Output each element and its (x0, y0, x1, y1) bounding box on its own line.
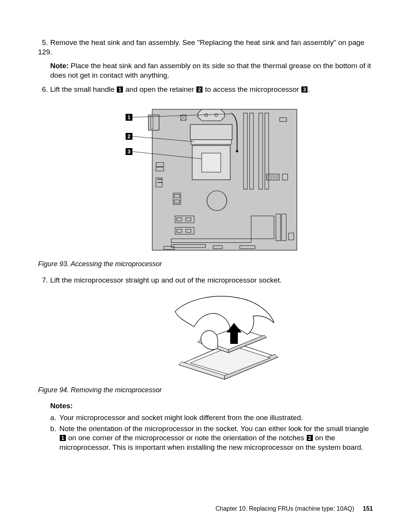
note-text: Your microprocessor and socket might loo… (59, 413, 373, 423)
step-list: 5.Remove the heat sink and fan assembly.… (38, 38, 373, 94)
note-a: a. Your microprocessor and socket might … (50, 413, 373, 423)
step-5-note: Note: Place the heat sink and fan assemb… (50, 61, 373, 80)
step-marker: 6. (38, 85, 48, 94)
notes-heading: Notes: (50, 401, 373, 411)
callout-2: 2 (196, 86, 202, 93)
step-text: Remove the heat sink and fan assembly. S… (38, 38, 364, 56)
note-label: Note: (50, 62, 69, 70)
svg-point-9 (236, 150, 238, 152)
notes-list: a. Your microprocessor and socket might … (50, 413, 373, 452)
figure-93: 1 2 3 (61, 102, 373, 257)
note-b: b. Note the orientation of the microproc… (50, 424, 373, 452)
svg-rect-16 (265, 113, 269, 189)
svg-rect-12 (202, 153, 221, 172)
step-text: Lift the small handle 1 and open the ret… (50, 85, 310, 93)
step-6: 6.Lift the small handle 1 and open the r… (38, 85, 373, 94)
step-text: Lift the microprocessor straight up and … (50, 276, 282, 284)
svg-rect-14 (250, 113, 253, 189)
svg-rect-13 (244, 113, 247, 189)
figure-94-caption: Figure 94. Removing the microprocessor (38, 386, 373, 395)
page-footer: Chapter 10. Replacing FRUs (machine type… (215, 505, 373, 513)
document-page: 5.Remove the heat sink and fan assembly.… (0, 0, 411, 532)
svg-text:3: 3 (127, 149, 131, 155)
motherboard-diagram: 1 2 3 (126, 102, 301, 254)
note-marker: a. (50, 413, 59, 423)
step-list-continued: 7.Lift the microprocessor straight up an… (38, 276, 373, 285)
figure-94 (61, 292, 373, 383)
callout-1: 1 (60, 435, 66, 441)
note-marker: b. (50, 424, 59, 452)
note-text: Note the orientation of the microprocess… (59, 424, 373, 452)
svg-marker-68 (230, 331, 238, 344)
footer-page-number: 151 (363, 505, 373, 512)
svg-rect-1 (148, 115, 159, 130)
svg-text:2: 2 (127, 133, 131, 139)
footer-chapter: Chapter 10. Replacing FRUs (machine type… (215, 505, 354, 512)
step-7: 7.Lift the microprocessor straight up an… (38, 276, 373, 285)
callout-2: 2 (307, 435, 313, 441)
callout-3: 3 (301, 86, 307, 93)
note-text: Place the heat sink and fan assembly on … (50, 62, 371, 79)
figure-93-caption: Figure 93. Accessing the microprocessor (38, 260, 373, 268)
svg-rect-10 (191, 140, 231, 144)
svg-rect-6 (190, 125, 232, 140)
hand-lifting-cpu-diagram (156, 292, 285, 380)
svg-rect-15 (259, 113, 263, 189)
step-marker: 5. (38, 38, 48, 48)
step-marker: 7. (38, 276, 48, 285)
step-5: 5.Remove the heat sink and fan assembly.… (38, 38, 373, 80)
svg-text:1: 1 (127, 114, 131, 120)
callout-1: 1 (117, 86, 123, 93)
